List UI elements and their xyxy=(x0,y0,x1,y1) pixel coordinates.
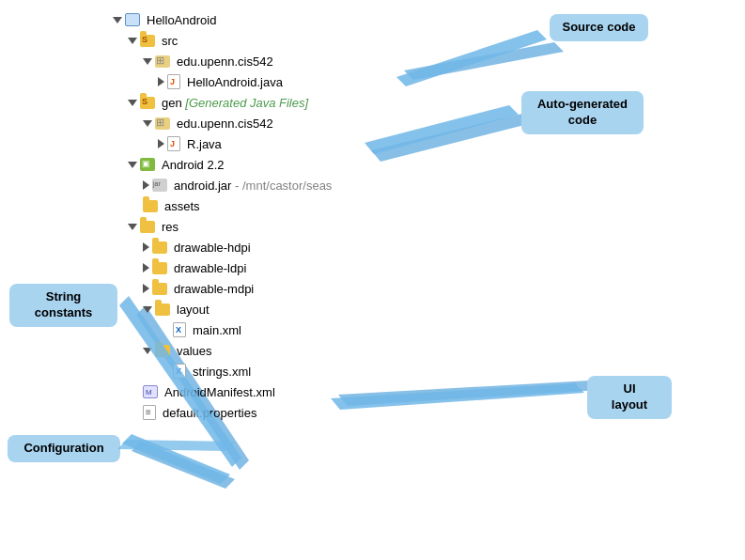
svg-marker-10 xyxy=(117,440,235,451)
node-label: edu.upenn.cis542 xyxy=(177,117,273,131)
folder-icon xyxy=(152,283,167,295)
arrow-icon xyxy=(143,180,149,190)
java-icon xyxy=(167,74,180,89)
node-label: AndroidManifest.xml xyxy=(164,385,275,399)
arrow-icon xyxy=(143,242,149,252)
tree-node[interactable]: assets xyxy=(128,195,332,216)
auto-generated-callout: Auto-generatedcode xyxy=(521,91,644,134)
java-icon xyxy=(167,136,180,151)
node-label: layout xyxy=(177,303,210,317)
arrow-icon xyxy=(143,58,152,65)
svg-marker-3 xyxy=(338,381,599,406)
tree-node[interactable]: HelloAndroid.java xyxy=(158,71,332,92)
arrow-icon xyxy=(128,38,137,44)
arrow-icon xyxy=(143,120,152,127)
node-label: strings.xml xyxy=(193,365,251,379)
tree-node[interactable]: edu.upenn.cis542 xyxy=(143,113,332,133)
arrow-icon xyxy=(158,139,164,148)
folder-icon xyxy=(140,97,155,109)
node-label: HelloAndroid xyxy=(147,13,216,27)
tree-node[interactable]: src xyxy=(128,30,332,51)
folder-icon xyxy=(152,241,167,254)
svg-marker-5 xyxy=(396,30,547,86)
arrow-icon xyxy=(143,263,149,272)
node-label: gen [Generated Java Files] xyxy=(162,96,308,110)
svg-marker-6 xyxy=(365,105,519,154)
svg-marker-1 xyxy=(371,113,535,162)
tree-node[interactable]: strings.xml xyxy=(158,361,332,381)
manifest-icon xyxy=(143,385,158,398)
tree-node[interactable]: Android 2.2 xyxy=(128,154,332,175)
svg-marker-8 xyxy=(331,383,584,410)
node-label: edu.upenn.cis542 xyxy=(177,54,273,69)
folder-icon xyxy=(140,221,155,233)
props-icon xyxy=(143,405,156,420)
node-label: values xyxy=(177,344,212,358)
arrow-icon xyxy=(143,284,149,293)
svg-marker-0 xyxy=(404,42,564,80)
node-label: drawable-ldpi xyxy=(174,261,246,275)
folder-icon xyxy=(152,262,167,274)
tree-node[interactable]: edu.upenn.cis542 xyxy=(143,51,332,71)
ui-layout-callout: UIlayout xyxy=(587,376,672,419)
tree-node[interactable]: values xyxy=(143,340,332,361)
arrow-icon xyxy=(113,17,122,23)
svg-marker-9 xyxy=(122,434,230,484)
node-label: R.java xyxy=(187,137,222,151)
tree-node[interactable]: android.jar - /mnt/castor/seas xyxy=(143,175,332,195)
arrow-icon xyxy=(128,162,137,168)
folder-icon xyxy=(155,303,170,316)
arrow-icon xyxy=(158,77,164,86)
node-label: assets xyxy=(164,199,200,213)
node-label: drawable-hdpi xyxy=(174,241,251,255)
tree-node[interactable]: drawable-hdpi xyxy=(143,237,332,257)
tree-node[interactable]: main.xml xyxy=(158,319,332,340)
tree-node[interactable]: drawable-ldpi xyxy=(143,257,332,278)
tree-node[interactable]: AndroidManifest.xml xyxy=(128,381,332,402)
node-label: default.properties xyxy=(163,406,256,420)
source-code-callout: Source code xyxy=(550,14,648,41)
node-label: Android 2.2 xyxy=(162,158,225,172)
arrow-icon xyxy=(128,224,137,230)
project-icon xyxy=(125,13,140,26)
tree-node[interactable]: default.properties xyxy=(128,402,332,423)
jar-icon xyxy=(152,179,167,192)
node-label: android.jar - /mnt/castor/seas xyxy=(174,179,332,193)
node-label: drawable-mdpi xyxy=(174,282,254,296)
xml-icon xyxy=(173,322,186,337)
arrow-icon xyxy=(143,306,152,313)
folder-icon xyxy=(143,200,158,212)
tree-node[interactable]: gen [Generated Java Files] xyxy=(128,92,332,113)
string-constants-callout: Stringconstants xyxy=(9,284,117,327)
node-label: res xyxy=(162,220,178,234)
tree-node[interactable]: drawable-mdpi xyxy=(143,278,332,299)
tree-node[interactable]: R.java xyxy=(158,133,332,154)
node-label: main.xml xyxy=(193,323,241,337)
svg-marker-4 xyxy=(132,442,235,489)
xml-icon xyxy=(173,364,186,379)
tree-node[interactable]: HelloAndroid xyxy=(113,9,332,30)
node-label: src xyxy=(162,34,178,48)
package-icon xyxy=(155,117,170,130)
tree-node[interactable]: res xyxy=(128,216,332,237)
tree-node[interactable]: layout xyxy=(143,299,332,319)
node-label: HelloAndroid.java xyxy=(187,75,283,89)
folder-icon xyxy=(140,35,155,47)
file-tree: HelloAndroid src edu.upenn.cis542 HelloA… xyxy=(113,9,332,423)
android-icon xyxy=(140,158,155,171)
configuration-callout: Configuration xyxy=(8,435,120,462)
package-icon xyxy=(155,55,170,68)
arrow-icon xyxy=(128,100,137,106)
arrow-icon xyxy=(143,348,152,354)
folder-icon xyxy=(155,345,170,357)
